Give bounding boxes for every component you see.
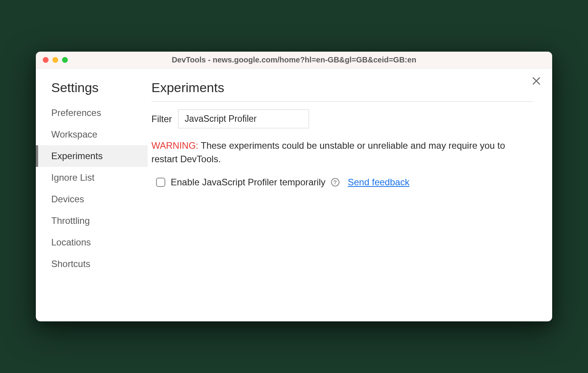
close-window-button[interactable] xyxy=(43,57,49,63)
sidebar-list: Preferences Workspace Experiments Ignore… xyxy=(36,102,148,275)
sidebar-item-throttling[interactable]: Throttling xyxy=(36,210,148,232)
help-icon[interactable]: ? xyxy=(331,178,339,186)
sidebar-item-label: Preferences xyxy=(51,108,101,118)
close-icon[interactable] xyxy=(532,76,541,87)
sidebar-item-shortcuts[interactable]: Shortcuts xyxy=(36,253,148,275)
filter-input[interactable] xyxy=(178,109,309,128)
sidebar-item-label: Experiments xyxy=(51,151,102,161)
sidebar-item-label: Shortcuts xyxy=(51,259,90,269)
sidebar-item-label: Locations xyxy=(51,237,91,247)
experiment-row: Enable JavaScript Profiler temporarily ?… xyxy=(151,177,533,188)
window-title: DevTools - news.google.com/home?hl=en-GB… xyxy=(172,55,417,64)
filter-label: Filter xyxy=(151,114,172,124)
sidebar-item-label: Workspace xyxy=(51,129,97,139)
sidebar-title: Settings xyxy=(36,80,148,102)
titlebar: DevTools - news.google.com/home?hl=en-GB… xyxy=(36,52,552,69)
sidebar-item-label: Ignore List xyxy=(51,172,94,183)
settings-sidebar: Settings Preferences Workspace Experimen… xyxy=(36,69,148,321)
sidebar-item-label: Throttling xyxy=(51,215,90,226)
warning-body: These experiments could be unstable or u… xyxy=(151,140,505,164)
sidebar-item-preferences[interactable]: Preferences xyxy=(36,102,148,124)
sidebar-item-devices[interactable]: Devices xyxy=(36,188,148,210)
minimize-window-button[interactable] xyxy=(52,57,58,63)
sidebar-item-ignore-list[interactable]: Ignore List xyxy=(36,167,148,188)
main-panel: Experiments Filter WARNING: These experi… xyxy=(148,69,552,321)
page-title: Experiments xyxy=(151,80,533,102)
warning-text: WARNING: These experiments could be unst… xyxy=(151,139,533,166)
experiment-checkbox[interactable] xyxy=(156,178,165,187)
maximize-window-button[interactable] xyxy=(62,57,68,63)
content-area: Settings Preferences Workspace Experimen… xyxy=(36,69,552,321)
devtools-window: DevTools - news.google.com/home?hl=en-GB… xyxy=(36,52,552,321)
sidebar-item-experiments[interactable]: Experiments xyxy=(36,145,148,167)
filter-row: Filter xyxy=(151,109,533,128)
warning-prefix: WARNING: xyxy=(151,140,198,151)
sidebar-item-label: Devices xyxy=(51,194,84,204)
traffic-lights xyxy=(43,57,68,63)
sidebar-item-locations[interactable]: Locations xyxy=(36,232,148,253)
sidebar-item-workspace[interactable]: Workspace xyxy=(36,124,148,145)
experiment-label: Enable JavaScript Profiler temporarily xyxy=(171,177,326,188)
send-feedback-link[interactable]: Send feedback xyxy=(348,177,410,188)
